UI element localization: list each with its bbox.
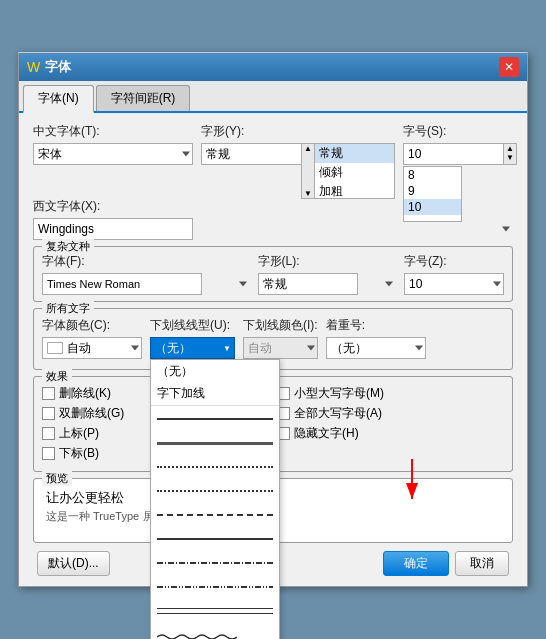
cancel-button[interactable]: 取消	[455, 551, 509, 576]
size-input[interactable]: 10	[403, 143, 503, 165]
effect-small-caps[interactable]: 小型大写字母(M)	[277, 385, 504, 402]
chinese-font-label: 中文字体(T):	[33, 123, 193, 140]
style-item-bold[interactable]: 加粗	[315, 182, 394, 199]
complex-size-select-wrap: 10	[404, 273, 504, 295]
dropdown-item-dotted[interactable]	[151, 455, 279, 479]
tab-font[interactable]: 字体(N)	[23, 85, 94, 113]
effect-hidden[interactable]: 隐藏文字(H)	[277, 425, 504, 442]
complex-section-title: 复杂文种	[42, 239, 94, 254]
emphasis-group: 着重号: （无）	[326, 317, 426, 359]
complex-style-group: 字形(L): 常规	[258, 253, 396, 295]
underline-color-select[interactable]: 自动	[243, 337, 318, 359]
western-font-arrow	[502, 227, 510, 232]
underline-type-label: 下划线线型(U):	[150, 317, 235, 334]
dropdown-item-dotted2[interactable]	[151, 479, 279, 503]
complex-font-select-wrap: Times New Roman	[42, 273, 250, 295]
dialog-title: 字体	[45, 58, 71, 76]
size-scroll: ▲ ▼	[503, 143, 517, 165]
size-list[interactable]: 8 9 10	[403, 166, 462, 222]
effects-title: 效果	[42, 369, 72, 384]
emphasis-select[interactable]: （无）	[326, 337, 426, 359]
underline-color-label: 下划线颜色(I):	[243, 317, 318, 334]
line-double	[157, 608, 273, 614]
title-bar: W 字体 ✕	[19, 53, 527, 81]
ok-button[interactable]: 确定	[383, 551, 449, 576]
dropdown-item-underline[interactable]: 字下加线	[151, 382, 279, 404]
style-list[interactable]: 常规 倾斜 加粗	[315, 143, 395, 199]
all-char-row1: 字体颜色(C): 自动 下划线线型(U): （无）	[42, 317, 504, 359]
underline-dropdown: （无） 字下加线	[150, 359, 280, 639]
complex-size-label: 字号(Z):	[404, 253, 504, 270]
western-font-select[interactable]: Wingdings	[33, 218, 193, 240]
strikethrough-label: 删除线(K)	[59, 385, 111, 402]
close-button[interactable]: ✕	[499, 57, 519, 77]
action-buttons: 确定 取消	[383, 551, 509, 576]
line-dash-dot	[157, 562, 273, 564]
underline-arrow: ▼	[223, 344, 231, 353]
color-swatch	[47, 342, 63, 354]
style-item-italic[interactable]: 倾斜	[315, 163, 394, 182]
font-dialog: W 字体 ✕ 字体(N) 字符间距(R) 中文字体(T): 宋体 字形(Y): …	[18, 52, 528, 587]
tab-bar: 字体(N) 字符间距(R)	[19, 81, 527, 113]
complex-font-group: 字体(F): Times New Roman	[42, 253, 250, 295]
dropdown-item-dash-dot-dot[interactable]	[151, 575, 279, 599]
dropdown-item-none[interactable]: （无）	[151, 360, 279, 382]
dropdown-separator	[151, 405, 279, 406]
line-dash-dot-dot	[157, 586, 273, 588]
size-item-8[interactable]: 8	[404, 167, 461, 183]
complex-font-row: 字体(F): Times New Roman 字形(L): 常规 字号(Z):	[42, 253, 504, 295]
underline-type-group: 下划线线型(U): （无） ▼ （无） 字下加线	[150, 317, 235, 359]
color-group: 字体颜色(C): 自动	[42, 317, 142, 359]
size-item-10[interactable]: 10	[404, 199, 461, 215]
dropdown-item-wave[interactable]	[151, 623, 279, 639]
emphasis-value: （无）	[331, 340, 367, 357]
double-strikethrough-label: 双删除线(G)	[59, 405, 124, 422]
double-strikethrough-checkbox[interactable]	[42, 407, 55, 420]
line-dotted	[157, 466, 273, 468]
dropdown-item-dashed[interactable]	[151, 503, 279, 527]
complex-size-group: 字号(Z): 10	[404, 253, 504, 295]
strikethrough-checkbox[interactable]	[42, 387, 55, 400]
complex-font-select[interactable]: Times New Roman	[42, 273, 202, 295]
preview-title: 预览	[42, 471, 72, 486]
underline-color-select-wrap: 自动	[243, 337, 318, 359]
line-solid2	[157, 442, 273, 445]
line-dashed2	[157, 538, 273, 540]
dropdown-item-solid1[interactable]	[151, 407, 279, 431]
complex-size-select[interactable]: 10	[404, 273, 504, 295]
preview-text1: 让办公更轻松	[46, 490, 124, 505]
complex-style-label: 字形(L):	[258, 253, 396, 270]
effect-all-caps[interactable]: 全部大写字母(A)	[277, 405, 504, 422]
line-wave	[157, 631, 237, 639]
subscript-label: 下标(B)	[59, 445, 99, 462]
dropdown-item-dash-dot[interactable]	[151, 551, 279, 575]
all-char-title: 所有文字	[42, 301, 94, 316]
emphasis-select-wrap: （无）	[326, 337, 426, 359]
style-item-regular[interactable]: 常规	[315, 144, 394, 163]
underline-value: （无）	[155, 340, 191, 357]
subscript-checkbox[interactable]	[42, 447, 55, 460]
color-label: 字体颜色(C):	[42, 317, 142, 334]
effects-right: 小型大写字母(M) 全部大写字母(A) 隐藏文字(H)	[277, 385, 504, 445]
line-solid1	[157, 418, 273, 420]
color-select-wrap: 自动	[42, 337, 142, 359]
app-icon: W	[27, 59, 40, 75]
dropdown-item-double[interactable]	[151, 599, 279, 623]
dialog-content: 中文字体(T): 宋体 字形(Y): 常规 ▲ ▼ 常规 倾斜	[19, 113, 527, 586]
tab-spacing[interactable]: 字符间距(R)	[96, 85, 191, 111]
underline-type-select[interactable]: （无） ▼	[150, 337, 235, 359]
default-button[interactable]: 默认(D)...	[37, 551, 110, 576]
superscript-label: 上标(P)	[59, 425, 99, 442]
dropdown-item-solid2[interactable]	[151, 431, 279, 455]
size-item-9[interactable]: 9	[404, 183, 461, 199]
complex-section: 复杂文种 字体(F): Times New Roman 字形(L): 常规	[33, 246, 513, 302]
dropdown-item-dashed2[interactable]	[151, 527, 279, 551]
all-caps-label: 全部大写字母(A)	[294, 405, 382, 422]
style-scroll: ▲ ▼	[301, 143, 315, 199]
superscript-checkbox[interactable]	[42, 427, 55, 440]
complex-style-select[interactable]: 常规	[258, 273, 358, 295]
chinese-font-select[interactable]: 宋体	[33, 143, 193, 165]
all-char-section: 所有文字 字体颜色(C): 自动 下划线线型(U):	[33, 308, 513, 370]
style-input[interactable]: 常规	[201, 143, 301, 165]
color-select[interactable]: 自动	[42, 337, 142, 359]
